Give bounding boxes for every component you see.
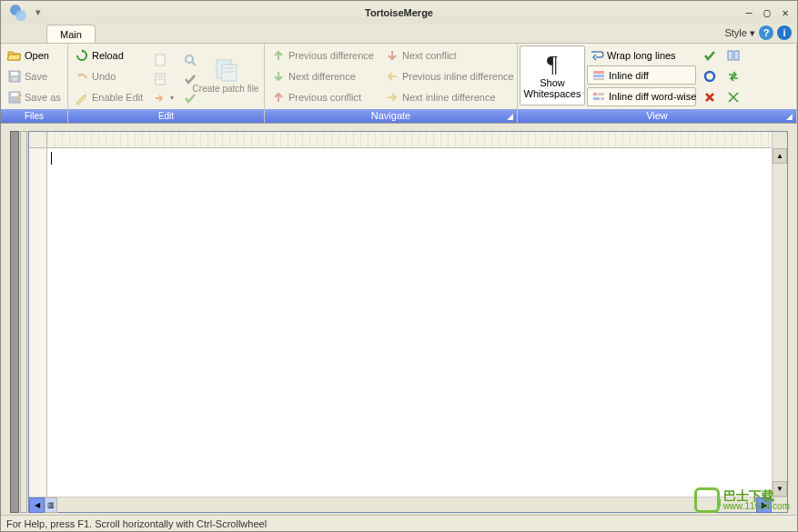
- svg-rect-14: [222, 65, 237, 81]
- style-menu[interactable]: Style ▾: [724, 27, 755, 39]
- view-compare-button[interactable]: [723, 46, 743, 65]
- svg-rect-25: [728, 51, 732, 60]
- app-icon: [8, 3, 28, 23]
- edit-action-4[interactable]: [180, 50, 200, 69]
- arrow-right-orange-icon: [153, 91, 167, 105]
- reload-icon: [75, 48, 89, 63]
- group-edit: Reload Undo Enable Edit ▾: [68, 44, 265, 123]
- edit-action-2[interactable]: [150, 69, 177, 88]
- svg-rect-3: [11, 72, 18, 75]
- show-whitespaces-button[interactable]: ¶ Show Whitespaces: [520, 45, 585, 105]
- svg-rect-19: [593, 78, 604, 80]
- help-icon[interactable]: ?: [759, 25, 773, 40]
- scroll-right-button[interactable]: ▶: [756, 497, 772, 513]
- scroll-corner: [772, 497, 787, 512]
- page-lines-icon: [153, 72, 167, 86]
- status-text: For Help, press F1. Scroll horizontally …: [6, 518, 267, 529]
- text-area[interactable]: [47, 148, 772, 497]
- group-files: Open Save Save as Files: [1, 44, 68, 123]
- arrow-down-green-icon: [271, 69, 286, 84]
- svg-rect-21: [598, 93, 604, 95]
- next-inline-button[interactable]: Next inline difference: [382, 87, 513, 106]
- overview-gutter-left[interactable]: [10, 131, 19, 513]
- wrap-lines-button[interactable]: Wrap long lines: [587, 45, 696, 65]
- pilcrow-icon: ¶: [540, 52, 565, 77]
- next-conflict-button[interactable]: Next conflict: [382, 46, 513, 65]
- view-launcher[interactable]: ◢: [783, 110, 794, 121]
- search-icon: [183, 53, 197, 67]
- svg-rect-17: [593, 71, 604, 74]
- arrow-left-yellow-icon: [385, 69, 399, 84]
- ribbon-tabs: Main Style ▾ ? i: [1, 24, 797, 44]
- scroll-up-button[interactable]: ▲: [773, 148, 787, 164]
- overview-gutter-right[interactable]: [20, 131, 27, 513]
- svg-line-12: [192, 62, 196, 65]
- floppy-pencil-icon: [7, 90, 22, 105]
- view-cross-button[interactable]: [700, 87, 720, 106]
- group-label-edit: Edit: [68, 109, 264, 123]
- inline-diff-word-button[interactable]: Inline diff word-wise: [587, 87, 696, 106]
- svg-point-11: [186, 55, 193, 63]
- collapse-green-icon: [726, 90, 741, 105]
- edit-action-3[interactable]: ▾: [150, 88, 177, 107]
- vertical-scrollbar[interactable]: ▲ ▼: [772, 148, 787, 497]
- horizontal-scrollbar[interactable]: ◀ ▥ ▶: [29, 497, 787, 512]
- inline-diff-word-icon: [591, 89, 606, 104]
- arrow-right-yellow-icon: [385, 90, 399, 105]
- hscroll-track[interactable]: [57, 497, 756, 512]
- svg-rect-7: [156, 55, 165, 65]
- app-window: ▾ TortoiseMerge — ▢ ✕ Main Style ▾ ? i O…: [0, 0, 798, 532]
- view-circle-button[interactable]: [700, 66, 720, 85]
- prev-inline-button[interactable]: Previous inline difference: [382, 66, 513, 85]
- scroll-down-button[interactable]: ▼: [773, 481, 787, 497]
- system-menu-dropdown[interactable]: ▾: [32, 6, 45, 18]
- save-as-button[interactable]: Save as: [5, 87, 64, 106]
- pencil-icon: [75, 90, 89, 105]
- undo-icon: [75, 69, 89, 84]
- scroll-corner-top: [772, 132, 787, 148]
- column-ruler: [47, 132, 772, 148]
- svg-rect-20: [593, 93, 597, 95]
- next-diff-button[interactable]: Next difference: [268, 66, 379, 85]
- split-panes-icon: [726, 48, 741, 63]
- line-number-header: [29, 132, 47, 148]
- circle-blue-icon: [702, 69, 717, 84]
- window-title: TortoiseMerge: [365, 7, 433, 18]
- tab-main[interactable]: Main: [46, 25, 96, 43]
- inline-diff-icon: [591, 68, 606, 83]
- editor: ▲ ▼ ◀ ▥ ▶: [28, 131, 788, 513]
- close-button[interactable]: ✕: [777, 5, 793, 20]
- open-button[interactable]: Open: [5, 46, 64, 65]
- undo-button[interactable]: Undo: [72, 66, 146, 85]
- svg-rect-22: [593, 97, 600, 100]
- reload-button[interactable]: Reload: [72, 46, 146, 65]
- floppy-icon: [7, 69, 22, 84]
- group-view: ¶ Show Whitespaces Wrap long lines Inlin…: [518, 44, 797, 123]
- arrow-up-green-icon: [271, 48, 286, 63]
- enable-edit-button[interactable]: Enable Edit: [72, 87, 146, 106]
- text-cursor: [51, 152, 52, 165]
- prev-diff-button[interactable]: Previous difference: [268, 46, 379, 65]
- info-icon[interactable]: i: [777, 25, 792, 40]
- create-patch-button[interactable]: Create patch file: [202, 45, 249, 105]
- group-label-files: Files: [1, 109, 67, 123]
- vscroll-track[interactable]: [773, 164, 787, 481]
- hscroll-extra[interactable]: ▥: [45, 497, 57, 513]
- patch-file-icon: [213, 57, 238, 83]
- minimize-button[interactable]: —: [741, 5, 757, 20]
- save-button[interactable]: Save: [5, 66, 64, 85]
- prev-conflict-button[interactable]: Previous conflict: [268, 87, 379, 106]
- svg-rect-18: [593, 75, 604, 77]
- view-collapse-button[interactable]: [723, 87, 743, 106]
- workspace: ▲ ▼ ◀ ▥ ▶: [1, 124, 797, 515]
- maximize-button[interactable]: ▢: [759, 5, 775, 20]
- svg-rect-23: [601, 97, 604, 100]
- edit-action-1[interactable]: [150, 50, 177, 69]
- scroll-left-button[interactable]: ◀: [29, 497, 45, 513]
- navigate-launcher[interactable]: ◢: [504, 110, 515, 121]
- arrow-up-red-icon: [271, 90, 286, 105]
- check-green-icon: [702, 48, 717, 63]
- inline-diff-button[interactable]: Inline diff: [587, 65, 696, 85]
- view-swap-button[interactable]: [723, 66, 743, 85]
- view-check-button[interactable]: [700, 46, 720, 65]
